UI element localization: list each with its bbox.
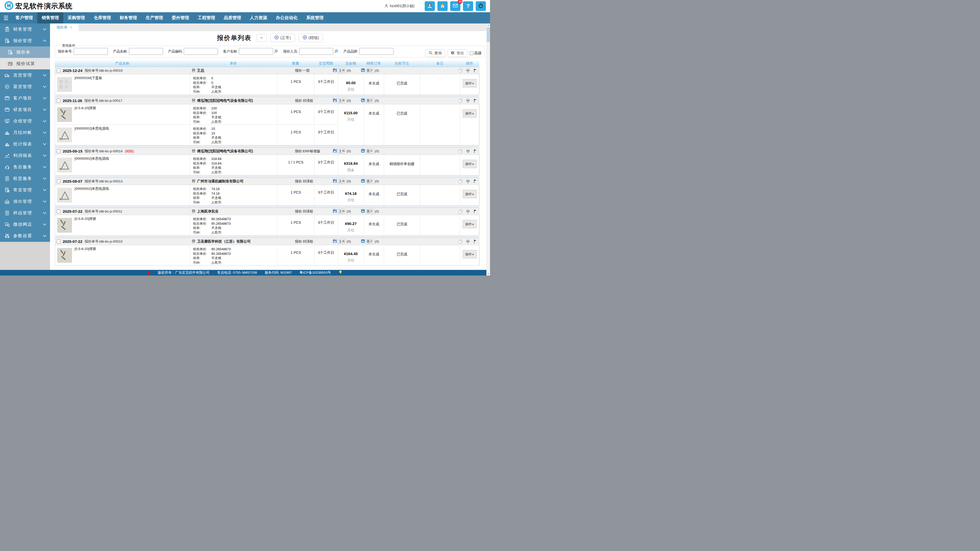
export-button[interactable]: 导出: [448, 49, 467, 57]
print-icon[interactable]: [466, 209, 470, 213]
query-button[interactable]: 查询: [425, 49, 445, 57]
file-attachment-button[interactable]: 文件(0): [333, 148, 351, 155]
add-normal-button[interactable]: (正常): [270, 34, 295, 42]
sidebar-item-8[interactable]: 研发项目: [0, 104, 50, 115]
flag-icon[interactable]: [473, 179, 477, 183]
image-attachment-button[interactable]: 图片(0): [361, 238, 379, 245]
menu-collapse-button[interactable]: [0, 12, 11, 24]
filter-quote_person-input[interactable]: [299, 48, 333, 55]
copy-icon[interactable]: [458, 68, 463, 73]
copy-icon[interactable]: [458, 209, 463, 214]
row-action-button[interactable]: 操作▼: [463, 250, 477, 259]
power-button[interactable]: [476, 1, 486, 11]
nav-item-4[interactable]: 仓库管理: [89, 12, 115, 24]
nav-item-8[interactable]: 工程管理: [193, 12, 220, 24]
customer-name[interactable]: 广州市冶通机械制造有限公司: [191, 178, 243, 185]
flag-icon[interactable]: [473, 209, 477, 213]
copy-icon[interactable]: [458, 179, 463, 184]
sidebar-item-7[interactable]: 客户项目: [0, 92, 50, 104]
print-icon[interactable]: [466, 68, 470, 73]
sidebar-item-19[interactable]: 参数设置: [0, 230, 50, 241]
nav-item-6[interactable]: 生产管理: [142, 12, 167, 24]
product-name[interactable]: [00000002]本思电源线: [75, 156, 109, 161]
lookup-icon[interactable]: [334, 49, 339, 54]
sidebar-item-16[interactable]: 借出管理: [0, 196, 50, 207]
customer-name[interactable]: 傅泓翔(沈阳冠鸣电气设备有限公司): [191, 97, 253, 104]
sidebar-item-17[interactable]: 样品管理: [0, 207, 50, 219]
filter-quote_no-input[interactable]: [74, 48, 108, 55]
row-action-button[interactable]: 操作▼: [463, 109, 477, 118]
title-dropdown-button[interactable]: [256, 34, 267, 42]
sidebar-item-3[interactable]: 报价单: [0, 46, 50, 58]
copy-icon[interactable]: [458, 98, 463, 103]
sidebar-item-15[interactable]: 寄卖管理: [0, 184, 50, 196]
page-scrollbar[interactable]: ▲ ▼: [487, 24, 490, 275]
print-icon[interactable]: [466, 239, 470, 244]
file-attachment-button[interactable]: 文件(0): [333, 238, 351, 245]
customer-name[interactable]: 上海跃净实业: [191, 208, 218, 215]
customer-name[interactable]: 王总: [191, 67, 204, 74]
nav-item-10[interactable]: 人力资源: [245, 12, 272, 24]
filter-product_code-input[interactable]: [184, 48, 218, 55]
row-checkbox[interactable]: [57, 210, 60, 213]
current-user[interactable]: hzx001(郑小姐): [384, 4, 414, 9]
add-fine-button[interactable]: (精细): [299, 34, 323, 42]
filter-product_name-input[interactable]: [129, 48, 163, 55]
image-attachment-button[interactable]: 图片(0): [361, 208, 379, 215]
image-attachment-button[interactable]: 图片(0): [361, 148, 379, 155]
nav-item-12[interactable]: 系统管理: [302, 12, 328, 24]
flag-icon[interactable]: [473, 239, 477, 244]
flag-icon[interactable]: [473, 98, 477, 103]
file-attachment-button[interactable]: 文件(0): [333, 208, 351, 215]
scroll-down-icon[interactable]: ▼: [487, 272, 490, 275]
row-checkbox[interactable]: [57, 149, 60, 153]
copy-icon[interactable]: [458, 149, 463, 154]
product-name[interactable]: [0.5-8-20]弹簧: [75, 106, 96, 110]
checkbox-icon[interactable]: [470, 52, 473, 55]
row-action-button[interactable]: 操作▼: [463, 79, 477, 87]
flag-icon[interactable]: [473, 68, 477, 73]
column-header-5[interactable]: 总金额: [338, 61, 364, 66]
column-header-7[interactable]: 当前节点: [384, 61, 420, 66]
row-action-button[interactable]: 操作▼: [463, 220, 477, 228]
product-name[interactable]: [00000002]本思电源线: [75, 126, 109, 131]
column-header-1[interactable]: 产品名称: [55, 61, 189, 66]
column-header-9[interactable]: 操作: [460, 61, 479, 66]
print-icon[interactable]: [466, 179, 470, 183]
nav-item-7[interactable]: 委外管理: [167, 12, 193, 24]
sidebar-item-11[interactable]: 统计报表: [0, 138, 50, 150]
row-action-button[interactable]: 操作▼: [463, 190, 477, 198]
copy-icon[interactable]: [458, 239, 463, 244]
support-agent-button[interactable]: [425, 1, 435, 11]
column-header-4[interactable]: 交货周期: [314, 61, 338, 66]
row-checkbox[interactable]: [57, 99, 60, 103]
sidebar-item-1[interactable]: 销售管理: [0, 24, 50, 35]
filter-product_brand-input[interactable]: [360, 48, 393, 55]
print-icon[interactable]: [466, 98, 470, 103]
sidebar-item-10[interactable]: 月结对帐: [0, 127, 50, 138]
customer-name[interactable]: 傅泓翔(沈阳冠鸣电气设备有限公司): [191, 148, 253, 155]
sidebar-item-9[interactable]: 业绩管理: [0, 115, 50, 127]
sidebar-item-4[interactable]: 报价试算: [0, 58, 50, 69]
sidebar-item-14[interactable]: 租赁服务: [0, 173, 50, 184]
sidebar-item-6[interactable]: 退货管理: [0, 81, 50, 92]
flag-icon[interactable]: [473, 149, 477, 153]
help-button[interactable]: ?: [463, 1, 473, 11]
file-attachment-button[interactable]: 文件(0): [333, 67, 351, 74]
product-name[interactable]: [0.5-8-20]弹簧: [75, 247, 96, 251]
tab-close-icon[interactable]: ×: [70, 25, 72, 29]
row-action-button[interactable]: 操作▼: [463, 160, 477, 168]
product-name[interactable]: [0.5-8-20]弹簧: [75, 217, 96, 221]
product-name[interactable]: [00000002]本思电源线: [75, 186, 109, 191]
product-name[interactable]: [00000334]下盖板: [75, 76, 102, 80]
image-attachment-button[interactable]: 图片(0): [361, 178, 379, 185]
nav-item-1[interactable]: 客户管理: [11, 12, 37, 24]
row-checkbox[interactable]: [57, 179, 60, 183]
nav-item-5[interactable]: 财务管理: [115, 12, 142, 24]
nav-item-2[interactable]: 销售管理: [37, 12, 63, 24]
column-header-3[interactable]: 数量: [277, 61, 314, 66]
tab-quotation[interactable]: 报价单 ×: [50, 24, 79, 31]
sidebar-item-18[interactable]: 微信网店: [0, 219, 50, 230]
advanced-checkbox[interactable]: 高级: [470, 51, 482, 56]
file-attachment-button[interactable]: 文件(0): [333, 178, 351, 185]
